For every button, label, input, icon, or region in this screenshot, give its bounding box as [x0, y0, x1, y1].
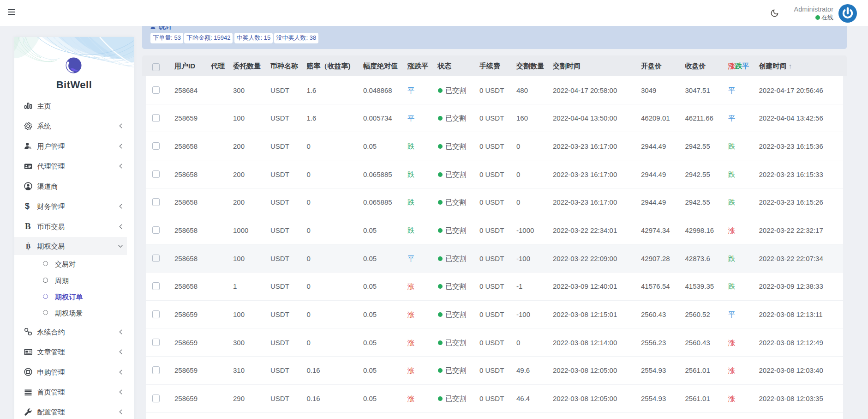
svg-text:B: B: [26, 243, 30, 250]
